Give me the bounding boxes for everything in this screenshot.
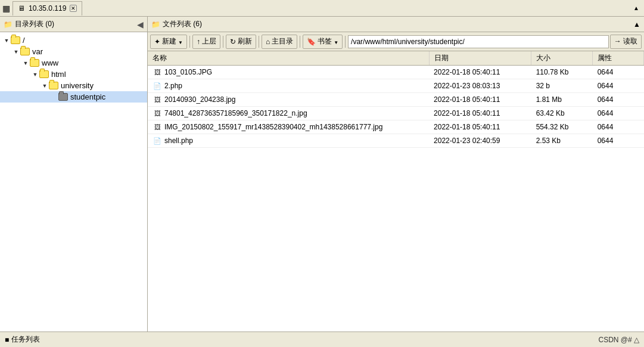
file-size: 554.32 Kb (531, 120, 593, 134)
col-date[interactable]: 日期 (429, 51, 531, 66)
file-name-cell: 🖼 74801_4287363571859​69_350171822_n.jpg (148, 107, 429, 120)
bottom-bar: ■ 任务列表 CSDN @# △ (0, 331, 644, 347)
task-list-area: ■ 任务列表 (5, 334, 40, 345)
table-row[interactable]: 🖼 20140930_204238.jpg 2022-01-18 05:40:1… (148, 93, 644, 107)
file-size: 1.81 Mb (531, 93, 593, 107)
file-name: IMG_20150802_155917_mr1438528390402_mh14… (164, 123, 382, 131)
tab-close-button[interactable]: ✕ (70, 5, 77, 12)
expand-button[interactable]: ▲ (631, 5, 642, 11)
sep4 (300, 36, 300, 48)
title-bar: ▦ 🖥 10.35.0.119 ✕ ▲ (0, 0, 644, 17)
tree-toggle-www[interactable]: ▼ (21, 59, 30, 67)
table-row[interactable]: 📄 shell.php 2022-01-23 02:40:59 2.53 Kb … (148, 134, 644, 148)
tree-item-www[interactable]: ▼ www (0, 57, 147, 69)
up-icon: ↑ (197, 38, 200, 46)
file-date: 2022-01-18 05:40:11 (429, 107, 531, 120)
sep2 (223, 36, 223, 48)
tab-main[interactable]: 🖥 10.35.0.119 ✕ (13, 1, 82, 16)
col-name[interactable]: 名称 (148, 51, 429, 66)
file-list-icon: 📁 (151, 20, 160, 29)
file-name-cell: 📄 2.php (148, 79, 429, 93)
table-row[interactable]: 📄 2.php 2022-01-23 08:03:13 32 b 0644 (148, 79, 644, 93)
col-attr[interactable]: 属性 (593, 51, 644, 66)
home-icon: ⌂ (266, 38, 270, 46)
left-panel-title: 目录列表 (0) (15, 19, 54, 29)
file-size: 63.42 Kb (531, 107, 593, 120)
file-type-icon: 📄 (153, 136, 162, 145)
file-table: 名称 日期 大小 属性 🖼 103_0105.JPG 2022-01-18 05… (148, 51, 644, 148)
right-panel: 📁 文件列表 (6) ▲ ✦ 新建 ↑ 上层 ↻ 刷新 ⌂ 主目录 (148, 17, 644, 331)
folder-icon-var (20, 48, 30, 55)
tree-label-www: www (42, 58, 58, 67)
home-button[interactable]: ⌂ 主目录 (262, 35, 297, 49)
tree-item-html[interactable]: ▼ html (0, 69, 147, 80)
file-name-cell: 🖼 103_0105.JPG (148, 66, 429, 79)
new-button[interactable]: ✦ 新建 (150, 35, 187, 49)
tree-item-studentpic[interactable]: studentpic (0, 91, 147, 103)
file-type-icon: 🖼 (153, 67, 162, 77)
toolbar: ✦ 新建 ↑ 上层 ↻ 刷新 ⌂ 主目录 🔖 书签 (148, 32, 644, 51)
tree-label-var: var (32, 47, 43, 56)
refresh-button[interactable]: ↻ 刷新 (226, 35, 256, 49)
bookmark-dropdown-icon (334, 38, 338, 46)
read-button[interactable]: → 读取 (610, 35, 642, 49)
file-date: 2022-01-23 08:03:13 (429, 79, 531, 93)
tree-label-studentpic: studentpic (70, 92, 105, 101)
bookmark-icon: 🔖 (307, 38, 316, 46)
tree-label-root: / (23, 36, 25, 45)
tree-toggle-university[interactable]: ▼ (41, 82, 49, 90)
file-type-icon: 📄 (153, 81, 162, 91)
path-input[interactable] (348, 35, 609, 48)
tree-toggle-root[interactable]: ▼ (2, 36, 11, 45)
left-panel-collapse-button[interactable]: ◀ (137, 20, 144, 29)
tab-label: 10.35.0.119 (29, 4, 66, 13)
folder-icon-html (39, 70, 49, 78)
file-name: shell.php (164, 137, 193, 145)
new-dropdown-icon (178, 38, 183, 46)
new-label: 新建 (162, 36, 176, 47)
table-row[interactable]: 🖼 74801_4287363571859​69_350171822_n.jpg… (148, 107, 644, 120)
right-panel-header: 📁 文件列表 (6) ▲ (148, 17, 644, 32)
file-name-cell: 🖼 20140930_204238.jpg (148, 93, 429, 107)
table-row[interactable]: 🖼 IMG_20150802_155917_mr1438528390402_mh… (148, 120, 644, 134)
new-icon: ✦ (154, 38, 160, 46)
tree-item-root[interactable]: ▼ / (0, 35, 147, 46)
tree-toggle-var[interactable]: ▼ (12, 48, 20, 56)
task-list-icon: ■ (5, 336, 9, 344)
file-attr: 0644 (593, 66, 644, 79)
folder-icon-root (11, 36, 20, 44)
file-attr: 0644 (593, 107, 644, 120)
table-row[interactable]: 🖼 103_0105.JPG 2022-01-18 05:40:11 110.7… (148, 66, 644, 79)
col-size[interactable]: 大小 (531, 51, 593, 66)
file-name-cell: 🖼 IMG_20150802_155917_mr1438528390402_mh… (148, 120, 429, 134)
up-button[interactable]: ↑ 上层 (192, 35, 220, 49)
file-date: 2022-01-18 05:40:11 (429, 66, 531, 79)
tree-toggle-html[interactable]: ▼ (31, 70, 39, 79)
tree-item-var[interactable]: ▼ var (0, 46, 147, 57)
tree-item-university[interactable]: ▼ university (0, 80, 147, 91)
tree-label-html: html (51, 70, 66, 79)
folder-icon-studentpic (58, 93, 68, 101)
sep1 (189, 36, 190, 48)
folder-icon-header: 📁 (4, 20, 13, 29)
tab-icon: 🖥 (18, 4, 25, 13)
file-size: 110.78 Kb (531, 66, 593, 79)
home-label: 主目录 (272, 36, 293, 47)
file-date: 2022-01-23 02:40:59 (429, 134, 531, 148)
sep5 (345, 36, 346, 48)
main-container: 📁 目录列表 (0) ◀ ▼ / ▼ var ▼ (0, 17, 644, 331)
tree-area: ▼ / ▼ var ▼ www ▼ (0, 32, 147, 331)
file-size: 32 b (531, 79, 593, 93)
file-attr: 0644 (593, 134, 644, 148)
file-type-icon: 🖼 (153, 109, 162, 118)
watermark: CSDN @# △ (598, 336, 639, 344)
app-icon: ▦ (2, 4, 10, 13)
sep3 (259, 36, 259, 48)
file-attr: 0644 (593, 79, 644, 93)
file-name: 20140930_204238.jpg (164, 95, 235, 104)
bookmark-button[interactable]: 🔖 书签 (303, 35, 343, 49)
left-panel: 📁 目录列表 (0) ◀ ▼ / ▼ var ▼ (0, 17, 148, 331)
right-panel-expand[interactable]: ▲ (633, 20, 640, 29)
file-list: 🖼 103_0105.JPG 2022-01-18 05:40:11 110.7… (148, 66, 644, 148)
folder-icon-www (30, 59, 39, 67)
